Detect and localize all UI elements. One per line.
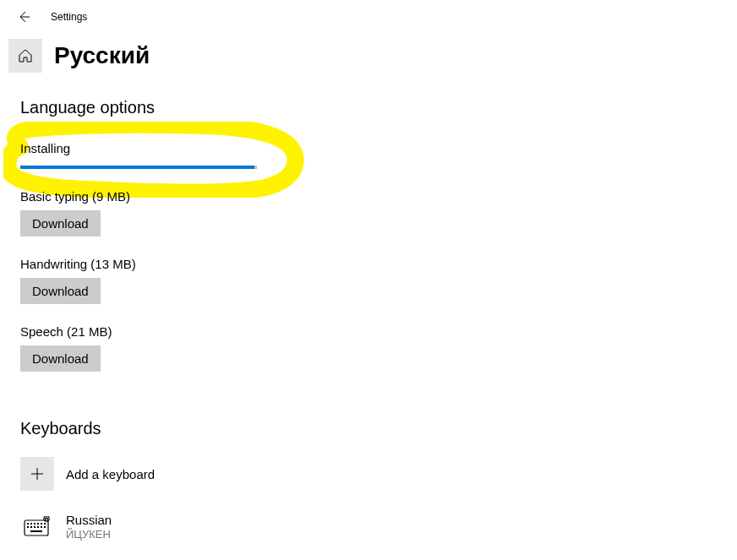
home-icon	[18, 48, 33, 63]
add-icon-box	[20, 457, 54, 491]
speech-download-button[interactable]: Download	[20, 345, 101, 372]
svg-rect-5	[41, 523, 42, 525]
home-button[interactable]	[8, 39, 42, 73]
basic-typing-label: Basic typing (9 MB)	[20, 189, 737, 204]
handwriting-download-button[interactable]: Download	[20, 278, 101, 304]
svg-rect-9	[34, 526, 35, 528]
svg-rect-11	[41, 526, 42, 528]
svg-rect-10	[37, 526, 39, 528]
installing-label: Installing	[20, 141, 737, 155]
speech-label: Speech (21 MB)	[20, 324, 737, 339]
svg-rect-2	[30, 523, 32, 525]
keyboard-name: Russian	[66, 513, 112, 527]
svg-rect-8	[30, 526, 32, 528]
header-title: Settings	[51, 11, 87, 23]
keyboard-icon-box	[20, 509, 54, 543]
svg-rect-12	[44, 526, 46, 528]
add-keyboard-label: Add a keyboard	[66, 467, 155, 481]
basic-typing-download-button[interactable]: Download	[20, 210, 101, 237]
svg-rect-3	[34, 523, 35, 525]
keyboard-icon	[24, 516, 51, 536]
keyboard-item-russian[interactable]: Russian ЙЦУКЕН	[20, 509, 737, 543]
svg-rect-6	[44, 523, 46, 525]
page-title: Русский	[54, 42, 150, 69]
section-keyboards: Keyboards	[20, 419, 737, 438]
svg-rect-13	[30, 530, 42, 532]
back-button[interactable]	[14, 7, 34, 27]
back-arrow-icon	[17, 10, 30, 24]
handwriting-label: Handwriting (13 MB)	[20, 257, 737, 271]
plus-icon	[30, 466, 45, 481]
keyboard-subtitle: ЙЦУКЕН	[66, 528, 112, 541]
section-language-options: Language options	[20, 98, 737, 117]
svg-rect-1	[27, 523, 29, 525]
add-keyboard-button[interactable]: Add a keyboard	[20, 457, 737, 491]
installing-progress	[20, 166, 257, 169]
svg-rect-4	[37, 523, 39, 525]
svg-rect-7	[27, 526, 29, 528]
installing-progress-fill	[20, 166, 254, 169]
